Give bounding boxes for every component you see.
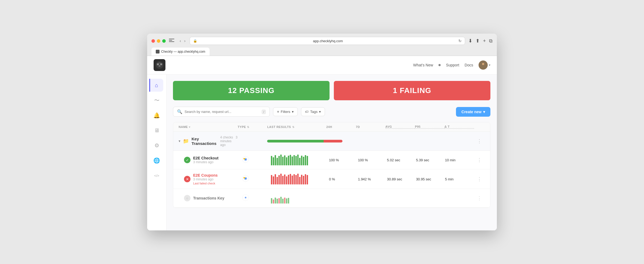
- group-bar-green: [267, 140, 324, 142]
- group-expand-icon[interactable]: ▾: [179, 139, 180, 143]
- filters-button[interactable]: ≡ Filters ▾: [273, 107, 298, 116]
- main-content: 12 PASSING 1 FAILING 🔍 / ≡ Filt: [167, 74, 497, 230]
- chrome-icon: [242, 175, 249, 182]
- new-tab-icon[interactable]: +: [483, 38, 486, 44]
- check-name: E2E Coupons: [193, 173, 218, 177]
- close-button[interactable]: [151, 39, 155, 43]
- svg-point-0: [156, 61, 163, 69]
- whats-new-link[interactable]: What's New: [413, 63, 433, 67]
- passing-label: 12 PASSING: [228, 86, 275, 95]
- result-bars: [271, 193, 329, 204]
- chrome-icon: [242, 156, 249, 163]
- metric-avg: 30.89 sec: [387, 177, 416, 181]
- failing-stat[interactable]: 1 FAILING: [334, 81, 490, 100]
- col-last-results: LAST RESULTS ⇅: [267, 125, 326, 129]
- user-menu[interactable]: ▾: [479, 60, 490, 70]
- svg-point-12: [481, 65, 485, 68]
- results-sort-icon[interactable]: ⇅: [292, 126, 295, 129]
- app-body: ⌂ 〜 🔔 🖥 ⚙ 🌐 </>: [147, 74, 497, 230]
- sidebar-item-settings[interactable]: ⚙: [150, 139, 163, 152]
- sidebar-item-home[interactable]: ⌂: [149, 79, 163, 92]
- svg-point-23: [245, 197, 246, 198]
- check-name: E2E Checkout: [193, 156, 218, 160]
- browser-chrome: ‹ › 🔒 app.checklyhq.com ↻ ⬇ ⬆ + ⧉ Checkl…: [147, 34, 497, 56]
- type-sort-icon[interactable]: ⇅: [247, 126, 249, 129]
- col-p95: P95: [415, 125, 444, 129]
- group-bar-red: [324, 140, 342, 142]
- status-neutral-icon: ○: [184, 195, 190, 201]
- browser-actions: ⬇ ⬆ + ⧉: [468, 38, 493, 44]
- name-sort-icon[interactable]: ▾: [189, 126, 190, 129]
- globe-icon: 🌐: [153, 157, 160, 164]
- svg-point-6: [161, 64, 162, 65]
- table-row[interactable]: ✕ E2E Coupons 3 minutes ago Last failed …: [173, 169, 490, 189]
- share-icon[interactable]: ⬆: [476, 38, 480, 44]
- group-more-button[interactable]: ⋮: [474, 138, 485, 144]
- bell-icon: 🔔: [153, 112, 160, 119]
- group-title: Key Transactions: [192, 137, 217, 146]
- check-more-button[interactable]: ⋮: [474, 195, 485, 201]
- sidebar-item-alerts[interactable]: 🔔: [150, 109, 163, 122]
- table-row[interactable]: ○ Transactions Key: [173, 189, 490, 208]
- status-passing-icon: ✓: [184, 157, 190, 163]
- group-meta: 4 checks 3 minutes ago: [220, 135, 238, 147]
- tags-button[interactable]: 🏷 Tags ▾: [301, 107, 325, 116]
- metric-24h: 0 %: [329, 177, 358, 181]
- browser-nav-buttons: ‹ ›: [179, 38, 186, 44]
- create-new-button[interactable]: Create new ▾: [456, 107, 490, 117]
- active-tab[interactable]: Checkly — app.checklyhq.com: [151, 48, 210, 56]
- minimize-button[interactable]: [157, 39, 160, 43]
- search-input[interactable]: [185, 110, 260, 114]
- search-box[interactable]: 🔍 /: [173, 107, 270, 117]
- check-more-button[interactable]: ⋮: [474, 176, 485, 182]
- metric-delta: 10 min: [445, 158, 474, 162]
- sidebar-item-activity[interactable]: 〜: [150, 94, 163, 107]
- svg-point-21: [245, 178, 246, 179]
- support-link[interactable]: Support: [446, 63, 459, 67]
- traffic-lights: [151, 39, 166, 43]
- url-bar[interactable]: 🔒 app.checklyhq.com ↻: [190, 37, 465, 45]
- svg-point-13: [482, 63, 484, 65]
- metric-7d: 100 %: [358, 158, 387, 162]
- sidebar-item-code[interactable]: </>: [150, 169, 163, 182]
- metric-24h: 100 %: [329, 158, 358, 162]
- filter-icon: ≡: [277, 110, 279, 114]
- forward-button[interactable]: ›: [183, 38, 187, 44]
- group-row-key-transactions[interactable]: ▾ 📁 Key Transactions 4 checks 3 minutes …: [173, 132, 490, 151]
- svg-point-5: [158, 64, 158, 65]
- stats-banner: 12 PASSING 1 FAILING: [173, 81, 490, 100]
- check-type: [242, 194, 271, 202]
- metric-avg: 5.02 sec: [387, 158, 416, 162]
- check-type: [242, 156, 271, 164]
- table-row[interactable]: ✓ E2E Checkout 3 minutes ago: [173, 151, 490, 169]
- result-bars: [271, 155, 329, 165]
- sidebar-toggle-icon[interactable]: [169, 39, 174, 43]
- code-icon: </>: [154, 174, 159, 178]
- metric-p95: 30.95 sec: [416, 177, 445, 181]
- check-more-button[interactable]: ⋮: [474, 157, 485, 163]
- docs-link[interactable]: Docs: [465, 63, 473, 67]
- sidebar-item-monitors[interactable]: 🖥: [150, 124, 163, 137]
- download-icon[interactable]: ⬇: [468, 38, 472, 44]
- maximize-button[interactable]: [162, 39, 166, 43]
- back-button[interactable]: ‹: [179, 38, 182, 44]
- reload-button[interactable]: ↻: [458, 39, 462, 43]
- sidebar: ⌂ 〜 🔔 🖥 ⚙ 🌐 </>: [147, 74, 167, 230]
- lock-icon: 🔒: [193, 39, 197, 43]
- tag-icon: 🏷: [305, 110, 309, 114]
- search-shortcut: /: [262, 110, 266, 114]
- filters-chevron-icon: ▾: [292, 110, 294, 114]
- sidebar-item-globe[interactable]: 🌐: [150, 154, 163, 167]
- home-icon: ⌂: [155, 82, 158, 88]
- col-7d: 7D: [356, 125, 385, 129]
- svg-point-17: [245, 159, 246, 160]
- settings-icon: ⚙: [154, 142, 159, 149]
- browser-window: ‹ › 🔒 app.checklyhq.com ↻ ⬇ ⬆ + ⧉ Checkl…: [147, 34, 497, 230]
- tabs-icon[interactable]: ⧉: [489, 38, 493, 44]
- passing-stat[interactable]: 12 PASSING: [173, 81, 330, 100]
- logo-icon: [154, 59, 165, 71]
- tags-chevron-icon: ▾: [319, 110, 321, 114]
- user-avatar: [479, 60, 488, 70]
- svg-point-9: [158, 62, 160, 63]
- svg-point-8: [159, 65, 160, 66]
